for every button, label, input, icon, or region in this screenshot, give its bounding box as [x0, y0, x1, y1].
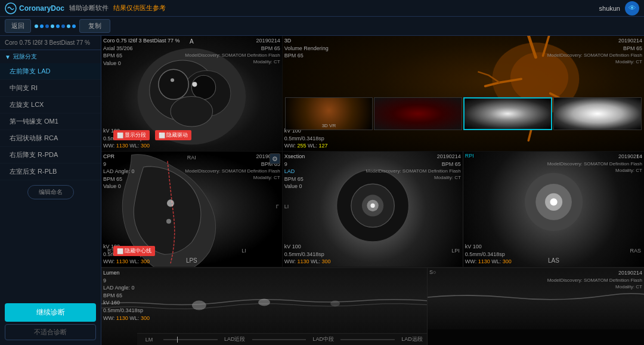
dot-8 — [72, 24, 76, 28]
cpr-dir-rai: RAI — [187, 155, 196, 161]
thumb-vessel2-bg — [554, 98, 641, 130]
patient-info: Coro 0.75 I26f 3 BestDiast 77 % — [0, 36, 101, 50]
svg-point-17 — [370, 204, 374, 208]
toolbar: 返回 复制 — [0, 17, 644, 36]
svg-point-5 — [191, 75, 215, 99]
rpi-svg — [463, 152, 644, 267]
svg-point-23 — [258, 299, 270, 306]
timeline-label-lad-mid: LAD中段 — [308, 335, 338, 343]
panel-timeline-left: Lumen 9 LAD Angle: 0 BPM 65 kV 160 0.5mm… — [101, 268, 427, 345]
sidebar-item-lcx[interactable]: 左旋支 LCX — [0, 97, 101, 113]
ct-rpi-bg — [463, 152, 644, 267]
panel-cpr[interactable]: CPR 9 LAD Angle: 0 BPM 65 Value 0 201902… — [101, 152, 282, 267]
svg-point-6 — [171, 97, 213, 127]
dot-2 — [40, 24, 44, 28]
thumbnail-vessel-active[interactable] — [463, 97, 553, 130]
dot-3 — [45, 24, 49, 28]
chevron-down-icon: ▼ — [5, 54, 11, 60]
thumbnail-3dvr[interactable]: 3D VR — [285, 97, 373, 130]
cpr-dir-li: LI — [242, 248, 246, 254]
timeline-track — [163, 339, 218, 340]
sidebar-spacer — [0, 204, 101, 303]
hide-centerline-button[interactable]: ⬜ 隐藏中心线 — [113, 246, 155, 256]
sidebar-item-lad[interactable]: 左前降支 LAD — [0, 63, 101, 80]
timeline-right-bg — [428, 268, 644, 329]
timeline-right-label: S○ — [429, 269, 436, 275]
thumb-3dvr-label: 3D VR — [322, 123, 336, 128]
xsection-dir-li: LI — [284, 204, 289, 210]
thumb-heart-bg — [374, 98, 462, 130]
thumb-vessel-bg — [465, 98, 552, 129]
timeline-track-3 — [340, 339, 395, 340]
dot-7 — [67, 24, 70, 28]
sidebar-item-rpda[interactable]: 右后降支 R-PDA — [0, 147, 101, 164]
thumbnail-vessel2[interactable] — [553, 97, 642, 130]
3d-ct-svg — [283, 36, 644, 151]
svg-point-21 — [550, 198, 557, 205]
panel-axial[interactable]: Coro 0.75 I26f 3 BestDiast 77 % Axial 35… — [101, 36, 282, 151]
dot-6 — [61, 24, 65, 28]
panel-timeline[interactable]: Lumen 9 LAD Angle: 0 BPM 65 kV 160 0.5mm… — [101, 267, 644, 345]
xsection-svg — [283, 152, 463, 267]
rpi-dir-ras: RAS — [630, 248, 641, 254]
sidebar-item-ri[interactable]: 中间支 RI — [0, 80, 101, 97]
dot-1 — [35, 24, 38, 28]
panel-timeline-right: S○ 20190214 ModelDiscovery: SOMATOM Defi… — [427, 268, 644, 345]
timeline-track-2 — [252, 339, 306, 340]
timeline-label-lad-near: LAD近段 — [220, 335, 250, 343]
cpr-settings-button[interactable]: ⚙ — [270, 153, 280, 164]
panel-xsection[interactable]: Xsection 9 LAD BPM 65 Value 0 20190214 B… — [283, 152, 644, 267]
svg-point-24 — [330, 301, 340, 307]
cpr-dir-right: Γ — [276, 204, 279, 210]
back-button[interactable]: 返回 — [5, 19, 31, 33]
panel-3d[interactable]: 3D Volume Rendering BPM 65 20190214 BPM … — [283, 36, 644, 151]
svg-point-12 — [166, 219, 171, 224]
timeline-label-lad-far: LAD远段 — [397, 335, 427, 343]
app-name: CoronaryDoc — [19, 4, 64, 13]
svg-point-10 — [510, 52, 568, 103]
copy-button[interactable]: 复制 — [79, 19, 110, 33]
user-name: shukun — [599, 5, 620, 12]
show-segments-button[interactable]: ⬜ 显示分段 — [113, 130, 150, 140]
app-subtitle: 辅助诊断软件 — [69, 4, 109, 13]
ct-3d-bg — [283, 36, 644, 151]
panel-rpi: RPI F○ 20190214 ModelDiscovery: SOMATOM … — [463, 152, 644, 267]
main-area: Coro 0.75 I26f 3 BestDiast 77 % ▼ 冠脉分支 左… — [0, 36, 644, 345]
timeline-marker-1 — [177, 337, 178, 343]
logo-icon — [5, 2, 17, 14]
dot-5 — [56, 24, 60, 28]
skip-diagnosis-button[interactable]: 不适合诊断 — [5, 324, 96, 340]
ct-xsection-bg — [283, 152, 463, 267]
topbar: CoronaryDoc 辅助诊断软件 结果仅供医生参考 shukun 👁 — [0, 0, 644, 17]
sidebar-item-rplb[interactable]: 左室后支 R-PLB — [0, 164, 101, 180]
thumbnail-row: 3D VR — [283, 97, 644, 130]
sidebar: Coro 0.75 I26f 3 BestDiast 77 % ▼ 冠脉分支 左… — [0, 36, 101, 345]
timeline-bar[interactable]: LM LAD近段 LAD中段 LAD远段 — [137, 333, 427, 345]
viewer: Coro 0.75 I26f 3 BestDiast 77 % Axial 35… — [101, 36, 644, 345]
continue-diagnosis-button[interactable]: 继续诊断 — [5, 303, 96, 322]
timeline-right-svg — [428, 268, 644, 329]
sidebar-section-coronary[interactable]: ▼ 冠脉分支 — [0, 50, 101, 63]
section-label: 冠脉分支 — [13, 53, 37, 61]
panel-xsection-left: Xsection 9 LAD BPM 65 Value 0 20190214 B… — [283, 152, 463, 267]
app-warning: 结果仅供医生参考 — [113, 4, 166, 13]
svg-point-4 — [159, 69, 188, 99]
sidebar-item-om1[interactable]: 第一钝缘支 OM1 — [0, 113, 101, 130]
edit-names-button[interactable]: 编辑命名 — [27, 185, 74, 199]
toolbar-dots — [35, 24, 76, 28]
timeline-label-lm: LM — [137, 337, 161, 343]
eye-button[interactable]: 👁 — [625, 1, 639, 16]
xsection-dir-lpi: LPI — [451, 248, 460, 254]
sidebar-item-rca[interactable]: 右冠状动脉 RCA — [0, 130, 101, 147]
thumbnail-heart[interactable] — [374, 97, 462, 130]
svg-point-11 — [167, 199, 174, 207]
svg-point-22 — [192, 301, 206, 310]
svg-point-8 — [171, 78, 174, 82]
rpi-label: RPI — [465, 153, 474, 159]
hide-drive-button[interactable]: ⬜ 隐藏驱动 — [155, 130, 191, 140]
logo: CoronaryDoc — [5, 2, 64, 14]
dot-4 — [51, 24, 54, 28]
svg-point-7 — [192, 82, 197, 87]
